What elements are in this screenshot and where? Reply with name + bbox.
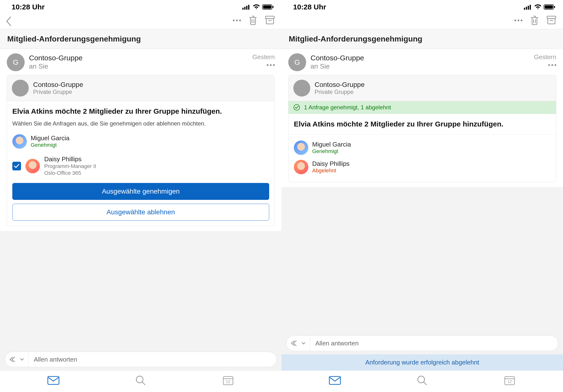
member-status-rejected: Abgelehnt <box>312 168 350 174</box>
svg-rect-2 <box>246 6 247 10</box>
subject-text: Mitglied-Anforderungsgenehmigung <box>7 35 141 43</box>
svg-rect-5 <box>263 5 271 9</box>
group-avatar <box>293 80 310 97</box>
reply-label: Allen antworten <box>310 340 364 347</box>
sender-right: Gestern <box>253 53 275 66</box>
sender-date: Gestern <box>534 53 556 61</box>
sender-avatar: G <box>7 53 25 71</box>
clock-text: 10:28 Uhr <box>12 3 45 11</box>
reply-pill[interactable]: Allen antworten <box>5 352 277 367</box>
chevron-left-icon <box>287 16 293 26</box>
request-card: Contoso-Gruppe Private Gruppe 1 Anfrage … <box>288 75 556 182</box>
tab-bar: 12 <box>282 370 563 392</box>
reply-label: Allen antworten <box>28 356 82 363</box>
toast: Anforderung wurde erfolgreich abgelehnt <box>282 354 563 370</box>
group-type: Private Gruppe <box>33 89 83 95</box>
avatar-miguel <box>12 134 27 149</box>
checkbox-checked[interactable] <box>12 162 21 171</box>
nav-actions <box>514 15 556 25</box>
cellular-icon <box>242 4 251 10</box>
request-hint: Wählen Sie die Anfragen aus, die Sie gen… <box>12 120 269 127</box>
phone-right: 10:28 Uhr Mitglied-Anforderungsgenehmigu… <box>282 0 563 392</box>
svg-rect-10 <box>48 377 59 384</box>
more-button[interactable] <box>514 20 522 21</box>
nav-row <box>282 12 563 29</box>
card-header: Contoso-Gruppe Private Gruppe <box>289 75 556 101</box>
tab-calendar[interactable]: 12 <box>222 375 234 386</box>
member-text: Miguel Garcia Genehmigt <box>31 135 69 148</box>
svg-rect-17 <box>526 7 527 10</box>
member-name: Miguel Garcia <box>312 141 351 148</box>
archive-icon <box>265 16 275 25</box>
member-row-miguel: Miguel Garcia Genehmigt <box>294 138 551 157</box>
status-bar: 10:28 Uhr <box>0 0 282 12</box>
delete-button[interactable] <box>248 15 258 25</box>
member-row-daisy: Daisy Phillips Abgelehnt <box>294 157 551 177</box>
reply-pill[interactable]: Allen antworten <box>286 335 558 351</box>
reply-mode-button[interactable] <box>5 352 28 367</box>
tab-search[interactable] <box>135 375 147 386</box>
approve-selected-button[interactable]: Ausgewählte genehmigen <box>12 183 269 200</box>
request-title: Elvia Atkins möchte 2 Mitglieder zu Ihre… <box>294 119 551 129</box>
message-more-button[interactable] <box>548 64 556 66</box>
more-button[interactable] <box>233 20 241 21</box>
group-type: Private Gruppe <box>315 89 365 95</box>
cellular-icon <box>524 4 532 10</box>
message-more-button[interactable] <box>267 64 275 66</box>
svg-rect-1 <box>244 7 245 10</box>
card-members: Miguel Garcia Genehmigt Daisy Phillips A… <box>289 135 556 182</box>
svg-text:12: 12 <box>226 380 230 384</box>
svg-rect-8 <box>266 19 273 24</box>
svg-point-11 <box>136 376 143 383</box>
member-name: Daisy Phillips <box>312 160 350 168</box>
wifi-icon <box>534 4 542 10</box>
phone-left: 10:28 Uhr Mitglied-Anforderungsgenehmigu… <box>0 0 282 392</box>
back-button[interactable] <box>6 16 13 24</box>
sender-avatar: G <box>288 53 306 71</box>
svg-rect-21 <box>545 5 553 9</box>
battery-icon <box>262 4 274 10</box>
reply-bar: Allen antworten <box>0 348 282 370</box>
card-header-text: Contoso-Gruppe Private Gruppe <box>33 81 83 95</box>
calendar-icon: 12 <box>504 375 515 386</box>
svg-rect-24 <box>548 19 555 24</box>
avatar-daisy <box>25 159 40 173</box>
archive-button[interactable] <box>265 15 275 25</box>
tab-mail[interactable] <box>329 375 341 386</box>
svg-line-12 <box>142 382 145 385</box>
svg-rect-23 <box>547 16 556 19</box>
back-button[interactable] <box>287 16 295 24</box>
archive-button[interactable] <box>547 15 556 25</box>
status-icons <box>524 4 555 10</box>
group-avatar <box>12 80 29 97</box>
tab-bar: 12 <box>0 370 282 392</box>
card-body: Elvia Atkins möchte 2 Mitglieder zu Ihre… <box>7 101 274 226</box>
check-icon <box>14 164 19 168</box>
member-name: Daisy Phillips <box>44 155 96 163</box>
nav-row <box>0 12 282 29</box>
member-status-approved: Genehmigt <box>31 142 69 148</box>
sender-to: an Sie <box>310 62 530 70</box>
request-card: Contoso-Gruppe Private Gruppe Elvia Atki… <box>7 75 275 226</box>
tab-calendar[interactable]: 12 <box>504 375 516 386</box>
sender-row[interactable]: G Contoso-Gruppe an Sie Gestern <box>0 49 282 75</box>
toast-text: Anforderung wurde erfolgreich abgelehnt <box>365 359 479 366</box>
member-row-miguel: Miguel Garcia Genehmigt <box>12 132 269 151</box>
archive-icon <box>547 16 556 25</box>
subject-bar: Mitglied-Anforderungsgenehmigung <box>282 29 563 49</box>
svg-rect-18 <box>528 6 529 10</box>
reject-selected-button[interactable]: Ausgewählte ablehnen <box>12 204 269 220</box>
sender-row[interactable]: G Contoso-Gruppe an Sie Gestern <box>282 49 563 75</box>
member-row-daisy[interactable]: Daisy Phillips Programm-Manager II Oslo-… <box>12 151 269 179</box>
reply-mode-button[interactable] <box>287 336 310 351</box>
svg-text:12: 12 <box>507 380 512 384</box>
avatar-miguel <box>294 140 308 155</box>
reply-bar: Allen antworten <box>282 332 563 354</box>
tab-search[interactable] <box>416 375 428 386</box>
card-header: Contoso-Gruppe Private Gruppe <box>7 75 274 101</box>
delete-button[interactable] <box>530 15 539 25</box>
sender-name: Contoso-Gruppe <box>29 53 248 62</box>
tab-mail[interactable] <box>47 375 59 386</box>
group-name: Contoso-Gruppe <box>33 81 83 89</box>
status-banner-text: 1 Anfrage genehmigt, 1 abgelehnt <box>304 104 391 111</box>
